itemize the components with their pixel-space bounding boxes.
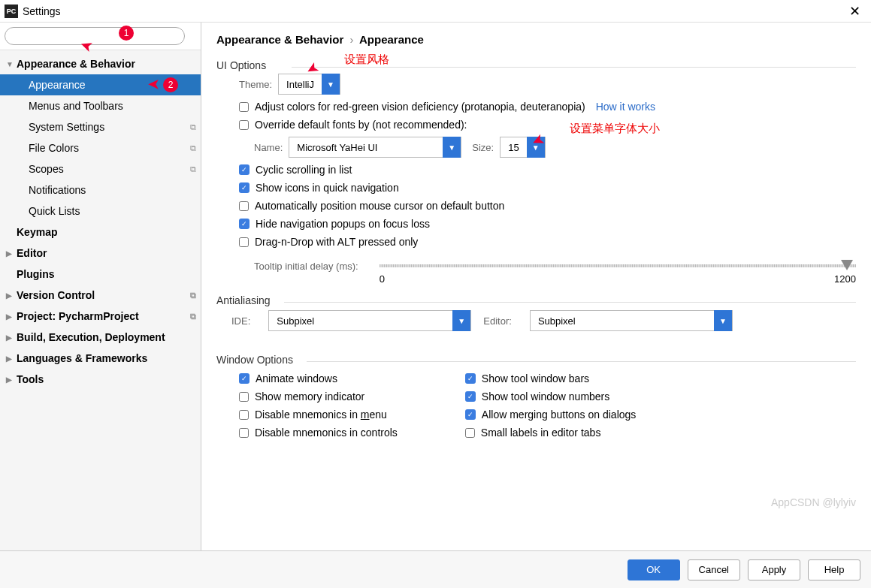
copy-icon: ⧉ xyxy=(190,312,196,321)
sidebar-item-menus-and-toolbars[interactable]: Menus and Toolbars xyxy=(0,95,201,116)
mnemonics-ctrl-checkbox[interactable]: Disable mnemonics in controls xyxy=(239,427,398,439)
expand-icon: ▶ xyxy=(6,291,17,300)
expand-icon: ▶ xyxy=(6,249,17,258)
search-wrap: 1 ➤ xyxy=(0,23,201,50)
copy-icon: ⧉ xyxy=(190,143,196,153)
ui-options-title: UI Options xyxy=(216,59,856,71)
expand-icon: ▶ xyxy=(6,312,17,321)
sidebar-item-scopes[interactable]: Scopes⧉ xyxy=(0,158,201,179)
theme-select[interactable]: IntelliJ ▼ xyxy=(278,74,340,95)
tool-bars-checkbox[interactable]: ✓Show tool window bars xyxy=(465,372,636,384)
override-fonts-checkbox[interactable]: Override default fonts by (not recommend… xyxy=(239,119,856,131)
apply-button[interactable]: Apply xyxy=(748,559,800,580)
font-size-label: Size: xyxy=(472,142,494,153)
antialiasing-row: IDE: Subpixel ▼ Editor: Subpixel ▼ xyxy=(231,310,856,331)
sidebar: 1 ➤ ▼Appearance & BehaviorAppearance2➤Me… xyxy=(0,23,201,550)
adjust-colors-checkbox[interactable]: Adjust colors for red-green vision defic… xyxy=(239,101,856,113)
window-title: Settings xyxy=(23,5,61,17)
close-icon[interactable]: ✕ xyxy=(843,3,866,20)
font-name-label: Name: xyxy=(254,142,283,153)
chevron-down-icon: ▼ xyxy=(714,310,732,331)
sidebar-item-tools[interactable]: ▶Tools xyxy=(0,369,201,390)
settings-tree[interactable]: ▼Appearance & BehaviorAppearance2➤Menus … xyxy=(0,50,201,550)
checkmark-icon: ✓ xyxy=(239,182,250,193)
tooltip-label: Tooltip initial delay (ms): xyxy=(254,261,358,272)
expand-icon: ▶ xyxy=(6,375,17,384)
show-icons-checkbox[interactable]: ✓Show icons in quick navigation xyxy=(239,182,856,194)
sidebar-item-project-pycharmproject[interactable]: ▶Project: PycharmProject⧉ xyxy=(0,306,201,327)
cancel-button[interactable]: Cancel xyxy=(688,559,740,580)
dragdrop-checkbox[interactable]: Drag-n-Drop with ALT pressed only xyxy=(239,236,856,248)
aa-ide-select[interactable]: Subpixel ▼ xyxy=(268,310,471,331)
search-input[interactable] xyxy=(5,27,185,45)
expand-icon: ▶ xyxy=(6,333,17,342)
app-icon: PC xyxy=(5,5,18,18)
font-size-select[interactable]: 15 ▼ xyxy=(500,137,545,158)
aa-editor-label: Editor: xyxy=(483,315,512,327)
sidebar-item-version-control[interactable]: ▶Version Control⧉ xyxy=(0,285,201,306)
theme-row: Theme: IntelliJ ▼ xyxy=(239,74,856,95)
annotation-arrow-2: ➤ xyxy=(147,76,160,94)
font-name-select[interactable]: Microsoft YaHei UI ▼ xyxy=(289,137,461,158)
hide-nav-checkbox[interactable]: ✓Hide navigation popups on focus loss xyxy=(239,218,856,230)
window-options-title: Window Options xyxy=(216,354,856,366)
breadcrumb: Appearance & Behavior › Appearance xyxy=(216,33,856,46)
tooltip-delay-row: Tooltip initial delay (ms): 0 1200 xyxy=(254,260,856,272)
watermark: AppCSDN @lylyiv xyxy=(771,496,856,508)
cyclic-checkbox[interactable]: ✓Cyclic scrolling in list xyxy=(239,164,856,176)
checkmark-icon: ✓ xyxy=(239,219,250,229)
copy-icon: ⧉ xyxy=(190,291,196,300)
chevron-down-icon: ▼ xyxy=(443,137,461,158)
how-it-works-link[interactable]: How it works xyxy=(596,101,655,113)
sidebar-item-editor[interactable]: ▶Editor xyxy=(0,243,201,264)
animate-checkbox[interactable]: ✓Animate windows xyxy=(239,372,398,384)
expand-icon: ▼ xyxy=(6,60,17,68)
sidebar-item-notifications[interactable]: Notifications xyxy=(0,179,201,201)
sidebar-item-appearance[interactable]: Appearance2➤ xyxy=(0,74,201,95)
theme-label: Theme: xyxy=(239,79,272,90)
sidebar-item-build-execution-deployment[interactable]: ▶Build, Execution, Deployment xyxy=(0,327,201,348)
titlebar: PC Settings ✕ xyxy=(0,0,871,23)
checkmark-icon: ✓ xyxy=(465,391,476,402)
copy-icon: ⧉ xyxy=(190,122,196,132)
aa-ide-label: IDE: xyxy=(231,315,250,327)
checkmark-icon: ✓ xyxy=(465,409,476,420)
help-button[interactable]: Help xyxy=(808,559,860,580)
breadcrumb-parent[interactable]: Appearance & Behavior xyxy=(216,33,343,46)
sidebar-item-languages-frameworks[interactable]: ▶Languages & Frameworks xyxy=(0,348,201,369)
breadcrumb-current: Appearance xyxy=(359,33,424,46)
annotation-badge-2: 2 xyxy=(163,77,178,92)
checkmark-icon: ✓ xyxy=(239,373,250,384)
slider-thumb-icon[interactable] xyxy=(841,260,853,270)
sidebar-item-plugins[interactable]: Plugins xyxy=(0,264,201,285)
breadcrumb-sep: › xyxy=(349,33,353,46)
copy-icon: ⧉ xyxy=(190,164,196,174)
checkmark-icon: ✓ xyxy=(465,373,476,384)
memory-checkbox[interactable]: Show memory indicator xyxy=(239,390,398,403)
font-row: Name: Microsoft YaHei UI ▼ Size: 15 ▼ xyxy=(254,137,856,158)
tool-numbers-checkbox[interactable]: ✓Show tool window numbers xyxy=(465,390,636,403)
window-options: ✓Animate windows Show memory indicator D… xyxy=(216,366,856,445)
auto-cursor-checkbox[interactable]: Automatically position mouse cursor on d… xyxy=(239,200,856,212)
merge-buttons-checkbox[interactable]: ✓Allow merging buttons on dialogs xyxy=(465,409,636,421)
sidebar-item-keymap[interactable]: Keymap xyxy=(0,222,201,243)
antialiasing-title: Antialiasing xyxy=(216,294,856,306)
mnemonics-menu-checkbox[interactable]: Disable mnemonics in menu xyxy=(239,409,398,421)
sidebar-item-appearance-behavior[interactable]: ▼Appearance & Behavior xyxy=(0,53,201,74)
sidebar-item-quick-lists[interactable]: Quick Lists xyxy=(0,201,201,222)
chevron-down-icon: ▼ xyxy=(452,310,470,331)
dialog-footer: OK Cancel Apply Help xyxy=(0,550,871,588)
sidebar-item-file-colors[interactable]: File Colors⧉ xyxy=(0,137,201,158)
body: 1 ➤ ▼Appearance & BehaviorAppearance2➤Me… xyxy=(0,23,871,550)
chevron-down-icon: ▼ xyxy=(527,137,545,158)
expand-icon: ▶ xyxy=(6,354,17,363)
aa-editor-select[interactable]: Subpixel ▼ xyxy=(530,310,733,331)
sidebar-item-system-settings[interactable]: System Settings⧉ xyxy=(0,116,201,137)
small-labels-checkbox[interactable]: Small labels in editor tabs xyxy=(465,427,636,439)
chevron-down-icon: ▼ xyxy=(322,74,340,95)
ok-button[interactable]: OK xyxy=(628,559,680,580)
content-panel: Appearance & Behavior › Appearance UI Op… xyxy=(201,23,871,550)
tooltip-slider[interactable]: 0 1200 xyxy=(380,260,856,272)
checkmark-icon: ✓ xyxy=(239,164,250,175)
